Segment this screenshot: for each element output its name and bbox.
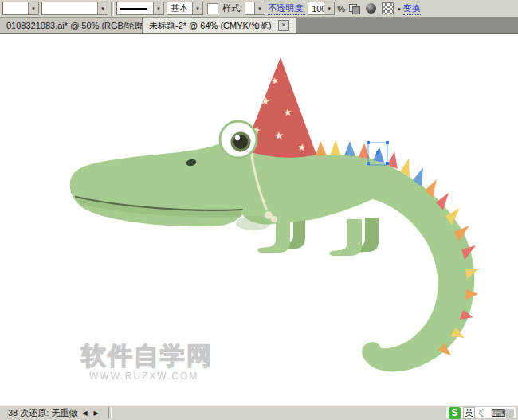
svg-text:★: ★ xyxy=(283,106,293,118)
svg-text:★: ★ xyxy=(297,141,308,153)
svg-text:WWW.RUZXW.COM: WWW.RUZXW.COM xyxy=(89,371,198,382)
chevron-down-icon: ▼ xyxy=(192,2,202,14)
opacity-link[interactable]: 不透明度: xyxy=(268,2,305,15)
opacity-mask-icon[interactable] xyxy=(347,2,362,16)
close-icon[interactable]: × xyxy=(278,20,289,31)
recolor-artwork-icon[interactable] xyxy=(364,2,379,16)
svg-text:★: ★ xyxy=(273,128,285,142)
next-arrow-icon[interactable]: ▶ xyxy=(92,410,100,417)
status-bar: 38 次还原: 无重做 ◀ ▶ S 英 ☾ ⌨ xyxy=(0,405,518,420)
moon-icon[interactable]: ☾ xyxy=(477,407,489,419)
chevron-down-icon: ▼ xyxy=(28,2,38,14)
language-badge[interactable]: 英 xyxy=(463,407,475,419)
tab-label: 未标题-2* @ 64% (CMYK/预览) xyxy=(149,20,272,32)
stroke-weight-select[interactable]: ▼ xyxy=(116,2,164,15)
chest-shadow xyxy=(236,216,271,230)
document-setup-icon[interactable] xyxy=(381,2,395,16)
tab-document-1[interactable]: 0108321083.ai* @ 50% (RGB/轮廓) xyxy=(0,18,143,33)
style-swatch xyxy=(207,3,218,14)
control-bar: ▼ ▼ ▼ 基本 ▼ 样式: ▼ 不透明度: 100 ▼ % • 变换 xyxy=(0,0,518,18)
stroke-line-icon xyxy=(120,8,147,10)
tab-label: 0108321083.ai* @ 50% (RGB/轮廓) xyxy=(6,20,143,32)
tab-document-2[interactable]: 未标题-2* @ 64% (CMYK/预览) × xyxy=(143,18,296,33)
percent-label: % xyxy=(337,4,345,14)
separator xyxy=(108,407,112,418)
fill-select[interactable]: ▼ xyxy=(2,2,39,15)
style-label: 样式: xyxy=(222,2,242,14)
prev-arrow-icon[interactable]: ◀ xyxy=(80,410,88,417)
separator xyxy=(111,2,114,16)
keyboard-icon[interactable]: ⌨ xyxy=(491,407,503,419)
document-tabs: 0108321083.ai* @ 50% (RGB/轮廓) 未标题-2* @ 6… xyxy=(0,18,518,34)
chevron-down-icon: ▼ xyxy=(153,2,163,14)
bullet: • xyxy=(398,4,401,14)
chevron-down-icon: ▼ xyxy=(254,2,265,14)
eye xyxy=(220,121,257,158)
crocodile-illustration: ★ ★ ★ ★ ★ ★ ★ xyxy=(70,57,479,371)
brush-select[interactable]: ▼ xyxy=(41,2,108,15)
toolbox-icon[interactable] xyxy=(505,409,514,418)
opacity-value-input[interactable]: 100 ▼ xyxy=(308,2,335,15)
undo-status: 38 次还原: 无重做 xyxy=(8,407,77,419)
ime-toolbar: S 英 ☾ ⌨ xyxy=(445,406,517,419)
width-profile-select[interactable]: 基本 ▼ xyxy=(167,2,203,15)
chevron-down-icon: ▼ xyxy=(97,2,108,14)
sogou-logo-icon[interactable]: S xyxy=(449,407,461,419)
chevron-down-icon: ▼ xyxy=(324,2,334,14)
style-select[interactable]: ▼ xyxy=(245,2,265,15)
back-leg xyxy=(329,219,362,256)
width-profile-value: 基本 xyxy=(171,2,188,14)
transform-link[interactable]: 变换 xyxy=(403,2,421,15)
artboard-canvas[interactable]: 软件自学网 WWW.RUZXW.COM ★ xyxy=(0,34,518,405)
style-swatch-icon[interactable] xyxy=(206,2,220,16)
svg-text:软件自学网: 软件自学网 xyxy=(80,342,213,370)
watermark: 软件自学网 WWW.RUZXW.COM xyxy=(80,342,213,382)
